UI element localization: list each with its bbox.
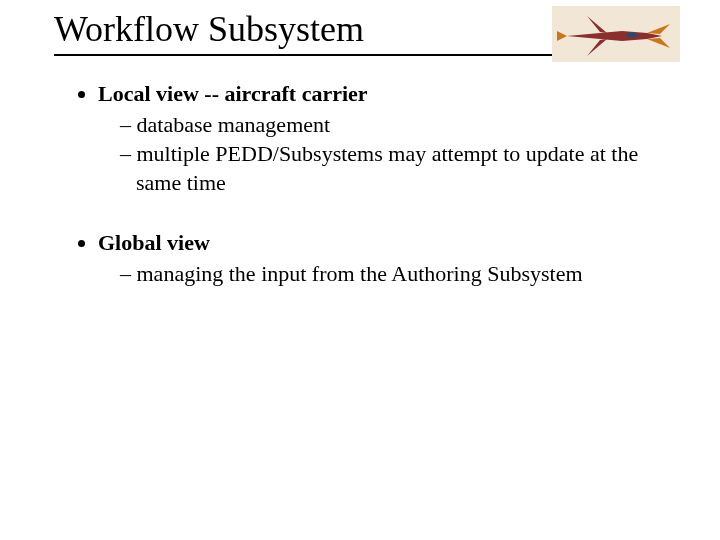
sub-item: managing the input from the Authoring Su… (120, 260, 660, 289)
bullet-head: Local view -- aircraft carrier (98, 81, 368, 106)
bullet-list: Local view -- aircraft carrier database … (70, 80, 660, 289)
slide-title: Workflow Subsystem (54, 9, 364, 49)
sub-list: managing the input from the Authoring Su… (98, 260, 660, 289)
svg-point-7 (626, 33, 638, 38)
list-item: Local view -- aircraft carrier database … (98, 80, 660, 197)
sub-item: multiple PEDD/Subsystems may attempt to … (120, 140, 660, 197)
fighter-jet-icon (552, 6, 680, 62)
bullet-head: Global view (98, 230, 210, 255)
slide: Workflow Subsystem Local view -- aircraf… (0, 0, 720, 540)
slide-body: Local view -- aircraft carrier database … (70, 80, 660, 321)
sub-list: database management multiple PEDD/Subsys… (98, 111, 660, 198)
sub-item: database management (120, 111, 660, 140)
list-item: Global view managing the input from the … (98, 229, 660, 288)
